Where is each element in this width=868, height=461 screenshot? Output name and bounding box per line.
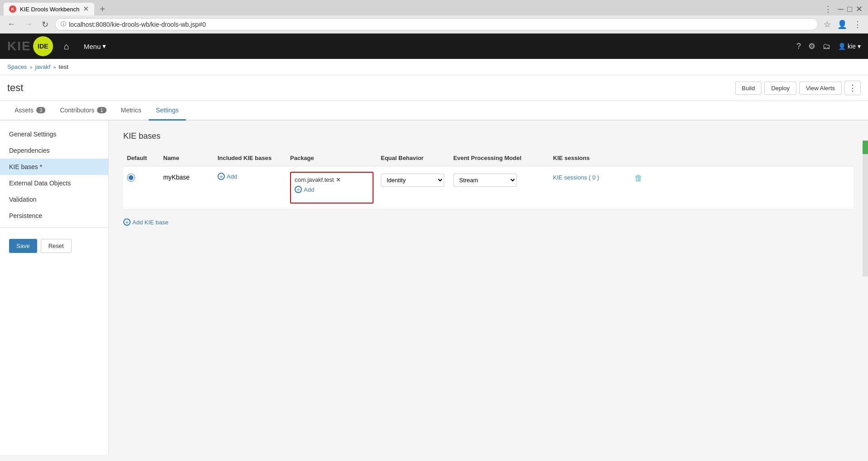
ide-badge: IDE — [33, 36, 53, 56]
table-header: Default Name Included KIE bases Package … — [123, 150, 853, 166]
breadcrumb-javakf[interactable]: javakf — [35, 63, 51, 70]
event-processing-col: Stream Cloud — [450, 172, 549, 187]
header-actions: ? ⚙ 🗂 👤 kie ▾ — [796, 41, 861, 51]
main-content: KIE bases Default Name Included KIE base… — [109, 121, 868, 455]
event-processing-select[interactable]: Stream Cloud — [453, 174, 517, 187]
delete-col: 🗑 — [631, 172, 654, 183]
default-radio[interactable] — [127, 174, 135, 182]
col-kie-sessions: KIE sessions — [549, 155, 631, 161]
sidebar-item-general-settings[interactable]: General Settings — [0, 126, 108, 142]
col-actions — [631, 155, 654, 161]
scrollbar-thumb[interactable] — [863, 141, 868, 154]
more-options-button[interactable]: ⋮ — [844, 81, 861, 95]
col-included: Included KIE bases — [214, 155, 286, 161]
save-button[interactable]: Save — [9, 239, 37, 253]
lock-icon: ⓘ — [61, 20, 66, 28]
sidebar-item-dependencies[interactable]: Dependencies — [0, 142, 108, 159]
equal-behavior-col: Identity Equality — [377, 172, 450, 187]
kie-sessions-col: KIE sessions ( 0 ) — [549, 172, 631, 181]
active-tab[interactable]: K KIE Drools Workbench ✕ — [4, 3, 94, 15]
maximize-button[interactable]: □ — [845, 5, 854, 14]
browser-chrome: K KIE Drools Workbench ✕ + ⋮ ─ □ ✕ ← → ↻… — [0, 0, 868, 34]
tab-settings[interactable]: Settings — [149, 101, 186, 121]
col-equal-behavior: Equal Behavior — [377, 155, 450, 161]
col-default: Default — [123, 155, 160, 161]
page-actions: Build Deploy View Alerts ⋮ — [735, 81, 861, 95]
scrollbar-track[interactable] — [863, 141, 868, 277]
close-button[interactable]: ✕ — [854, 4, 864, 14]
tab-close-button[interactable]: ✕ — [83, 5, 89, 13]
equal-behavior-select[interactable]: Identity Equality — [381, 174, 444, 187]
build-button[interactable]: Build — [735, 82, 762, 95]
kie-logo: KIE IDE — [7, 36, 53, 56]
add-kie-base-section: + Add KIE base — [123, 218, 853, 226]
briefcase-button[interactable]: 🗂 — [823, 42, 831, 51]
table-row: myKbase + Add com.javakf.test ✕ + — [123, 166, 853, 209]
breadcrumb-sep2: » — [53, 64, 56, 70]
user-icon: 👤 — [838, 43, 846, 50]
contributors-badge: 1 — [97, 107, 106, 113]
kbase-name: myKbase — [163, 174, 189, 181]
assets-badge: 3 — [36, 107, 45, 113]
included-kie-bases-col: + Add — [214, 172, 286, 180]
package-tag: com.javakf.test ✕ — [295, 176, 369, 183]
breadcrumb-spaces[interactable]: Spaces — [7, 63, 27, 70]
help-button[interactable]: ? — [796, 42, 801, 51]
url-input[interactable] — [69, 21, 812, 28]
sidebar-item-validation[interactable]: Validation — [0, 191, 108, 208]
delete-row-button[interactable]: 🗑 — [635, 174, 643, 183]
home-button[interactable]: ⌂ — [60, 39, 73, 53]
user-menu-button[interactable]: 👤 kie ▾ — [838, 43, 861, 50]
tab-metrics[interactable]: Metrics — [114, 101, 149, 121]
breadcrumb-current: test — [59, 63, 68, 70]
name-col: myKbase — [160, 172, 214, 181]
browser-controls: ← → ↻ ⓘ ☆ 👤 ⋮ — [0, 15, 868, 33]
tab-favicon: K — [9, 5, 16, 13]
col-package: Package — [286, 155, 377, 161]
new-tab-button[interactable]: + — [96, 4, 109, 15]
sidebar-item-kie-bases[interactable]: KIE bases * — [0, 159, 108, 175]
page-header: test Build Deploy View Alerts ⋮ — [0, 75, 868, 101]
app-header: KIE IDE ⌂ Menu ▾ ? ⚙ 🗂 👤 kie ▾ — [0, 34, 868, 59]
default-col — [123, 172, 160, 183]
kie-text: KIE — [7, 39, 31, 53]
included-kie-bases-add-link[interactable]: + Add — [218, 173, 283, 180]
sidebar-actions: Save Reset — [0, 232, 108, 260]
add-kie-base-icon: + — [123, 218, 131, 226]
sidebar-item-external-data[interactable]: External Data Objects — [0, 175, 108, 191]
back-button[interactable]: ← — [5, 19, 18, 30]
breadcrumb-sep1: » — [29, 64, 32, 70]
address-bar[interactable]: ⓘ — [55, 18, 818, 30]
extensions-button[interactable]: ⋮ — [852, 19, 863, 30]
sidebar: General Settings Dependencies KIE bases … — [0, 121, 109, 455]
settings-button[interactable]: ⚙ — [808, 41, 815, 51]
add-circle-icon: + — [218, 173, 225, 180]
reload-button[interactable]: ↻ — [39, 19, 51, 30]
package-add-link[interactable]: + Add — [295, 186, 369, 193]
minimize-button[interactable]: ─ — [836, 5, 845, 14]
browser-menu-icon[interactable]: ⋮ — [820, 4, 836, 14]
breadcrumb: Spaces » javakf » test — [0, 59, 868, 75]
package-col: com.javakf.test ✕ + Add — [286, 172, 377, 204]
tab-title: KIE Drools Workbench — [20, 6, 79, 13]
kie-bases-title: KIE bases — [123, 131, 853, 141]
package-value: com.javakf.test — [295, 176, 334, 183]
package-add-circle-icon: + — [295, 186, 302, 193]
menu-button[interactable]: Menu ▾ — [80, 40, 110, 52]
package-remove-button[interactable]: ✕ — [336, 176, 341, 183]
add-kie-base-link[interactable]: + Add KIE base — [123, 218, 853, 226]
view-alerts-button[interactable]: View Alerts — [799, 82, 842, 95]
bookmark-button[interactable]: ☆ — [822, 19, 833, 30]
deploy-button[interactable]: Deploy — [764, 82, 796, 95]
tab-assets[interactable]: Assets 3 — [7, 101, 53, 121]
page-title: test — [7, 82, 23, 94]
kie-sessions-link[interactable]: KIE sessions ( 0 ) — [553, 174, 599, 181]
forward-button[interactable]: → — [22, 19, 35, 30]
reset-button[interactable]: Reset — [41, 239, 72, 253]
sidebar-divider — [0, 228, 108, 228]
col-name: Name — [160, 155, 214, 161]
tab-contributors[interactable]: Contributors 1 — [53, 101, 113, 121]
sidebar-item-persistence[interactable]: Persistence — [0, 208, 108, 224]
col-event-processing: Event Processing Model — [450, 155, 549, 161]
profile-button[interactable]: 👤 — [835, 19, 849, 30]
